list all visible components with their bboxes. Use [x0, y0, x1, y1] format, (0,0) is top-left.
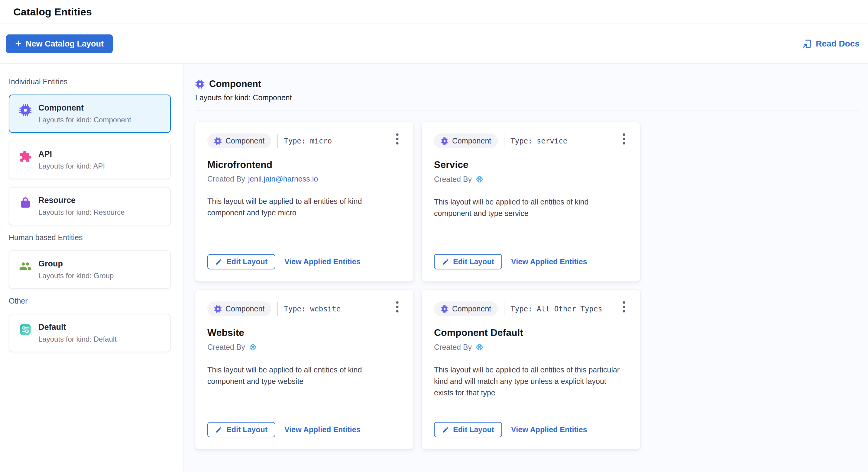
sidebar-section-heading: Individual Entities	[9, 77, 183, 86]
edit-layout-button[interactable]: Edit Layout	[207, 422, 275, 437]
chip-icon	[441, 305, 448, 313]
kind-badge-label: Component	[452, 137, 491, 145]
card-menu-button[interactable]	[620, 132, 628, 146]
sidebar-item-label: Group	[38, 259, 114, 269]
main-panel: Component Layouts for kind: Component Co…	[183, 64, 868, 472]
sidebar-item-label: Resource	[38, 196, 125, 205]
layout-card-component-default: Component Type: All Other Types Componen…	[422, 290, 640, 449]
sidebar-item-component[interactable]: Component Layouts for kind: Component	[9, 95, 171, 133]
sidebar-item-subtitle: Layouts for kind: Group	[38, 272, 114, 280]
catalog-entities-page: Catalog Entities + New Catalog Layout Re…	[0, 0, 868, 472]
kind-badge-label: Component	[225, 137, 265, 145]
view-applied-entities-link[interactable]: View Applied Entities	[284, 425, 360, 434]
edit-layout-button[interactable]: Edit Layout	[434, 254, 502, 269]
sidebar-item-subtitle: Layouts for kind: Resource	[38, 208, 125, 216]
edit-layout-button[interactable]: Edit Layout	[434, 422, 502, 437]
type-text: Type: micro	[284, 137, 332, 145]
kind-sidebar: Individual Entities Component Layouts fo…	[0, 64, 183, 472]
created-by-label: Created By	[207, 175, 245, 183]
card-menu-button[interactable]	[620, 300, 628, 314]
created-by-row: Created By	[434, 342, 628, 352]
kind-badge: Component	[207, 134, 271, 148]
kind-header: Component Layouts for kind: Component	[195, 78, 861, 111]
sidebar-section: Individual Entities Component Layouts fo…	[9, 77, 183, 225]
harness-logo-icon	[475, 342, 484, 352]
view-applied-entities-link[interactable]: View Applied Entities	[511, 425, 587, 434]
kebab-icon	[396, 133, 399, 145]
type-text: Type: service	[510, 137, 567, 145]
layout-card-microfrontend: Component Type: micro Microfrontend Crea…	[195, 122, 413, 281]
vertical-separator	[277, 302, 278, 316]
page-title: Catalog Entities	[13, 6, 92, 18]
layout-cards-grid: Component Type: micro Microfrontend Crea…	[195, 122, 861, 449]
kebab-icon	[396, 301, 399, 313]
card-title: Service	[434, 159, 628, 170]
chip-icon	[441, 137, 448, 145]
card-description: This layout will be applied to all entit…	[207, 364, 396, 387]
kind-badge-label: Component	[452, 304, 491, 313]
kind-subtitle: Layouts for kind: Component	[195, 93, 861, 102]
bag-icon	[19, 196, 32, 209]
sidebar-item-subtitle: Layouts for kind: Default	[38, 335, 117, 343]
card-description: This layout will be applied to all entit…	[434, 364, 623, 398]
created-by-row: Created By	[434, 175, 628, 184]
toolbar: + New Catalog Layout Read Docs	[0, 24, 868, 64]
sidebar-item-group[interactable]: Group Layouts for kind: Group	[9, 250, 171, 289]
kind-badge: Component	[434, 134, 498, 148]
edit-layout-label: Edit Layout	[453, 257, 494, 266]
view-applied-entities-link[interactable]: View Applied Entities	[284, 257, 360, 266]
edit-layout-label: Edit Layout	[226, 425, 268, 434]
created-by-row: Created By jenil.jain@harness.io	[207, 175, 401, 183]
card-title: Website	[207, 327, 401, 338]
sidebar-item-subtitle: Layouts for kind: Component	[38, 116, 131, 124]
chip-icon	[19, 104, 32, 116]
created-by-label: Created By	[434, 175, 472, 183]
kind-divider	[195, 110, 860, 111]
card-menu-button[interactable]	[393, 132, 401, 146]
card-description: This layout will be applied to all entit…	[207, 195, 396, 218]
page-header: Catalog Entities	[0, 0, 868, 24]
read-docs-label: Read Docs	[816, 39, 860, 48]
sidebar-item-default[interactable]: Default Layouts for kind: Default	[9, 314, 171, 352]
sidebar-item-label: Component	[38, 103, 131, 113]
sidebar-section: Other Default Layouts for ki	[9, 297, 183, 352]
vertical-separator	[504, 134, 504, 148]
sidebar-section: Human based Entities Group Layouts for k…	[9, 233, 183, 289]
vertical-separator	[277, 134, 278, 148]
sidebar-section-heading: Other	[9, 297, 183, 305]
new-catalog-layout-label: New Catalog Layout	[26, 39, 104, 48]
read-docs-link[interactable]: Read Docs	[802, 39, 860, 48]
kind-badge: Component	[207, 301, 271, 316]
view-applied-entities-link[interactable]: View Applied Entities	[511, 257, 587, 266]
kind-badge-label: Component	[225, 304, 265, 313]
sidebar-section-items: Default Layouts for kind: Default	[9, 314, 183, 352]
read-docs-icon	[802, 39, 812, 48]
sidebar-item-subtitle: Layouts for kind: API	[38, 162, 105, 170]
pencil-icon	[442, 258, 449, 266]
sidebar-item-label: API	[38, 149, 105, 159]
card-title: Microfrontend	[207, 159, 401, 170]
sidebar-item-resource[interactable]: Resource Layouts for kind: Resource	[9, 187, 171, 225]
created-by-link[interactable]: jenil.jain@harness.io	[248, 175, 318, 183]
chip-icon	[214, 137, 222, 145]
edit-layout-button[interactable]: Edit Layout	[207, 254, 275, 269]
kind-title: Component	[209, 78, 261, 90]
puzzle-icon	[19, 150, 32, 163]
new-catalog-layout-button[interactable]: + New Catalog Layout	[6, 34, 113, 53]
chip-icon	[195, 79, 205, 89]
harness-logo-icon	[475, 175, 484, 184]
kebab-icon	[622, 301, 626, 313]
kind-badge: Component	[434, 301, 498, 316]
sidebar-section-heading: Human based Entities	[9, 233, 183, 242]
pencil-icon	[215, 426, 222, 433]
layout-card-service: Component Type: service Service Created …	[422, 122, 640, 281]
sidebar-section-items: Group Layouts for kind: Group	[9, 250, 183, 289]
sidebar-item-api[interactable]: API Layouts for kind: API	[9, 141, 171, 179]
card-menu-button[interactable]	[393, 300, 401, 314]
edit-layout-label: Edit Layout	[453, 425, 494, 434]
edit-layout-label: Edit Layout	[226, 257, 268, 266]
vertical-separator	[504, 302, 504, 316]
harness-logo-icon	[248, 342, 257, 352]
created-by-row: Created By	[207, 342, 401, 352]
created-by-label: Created By	[207, 343, 245, 351]
